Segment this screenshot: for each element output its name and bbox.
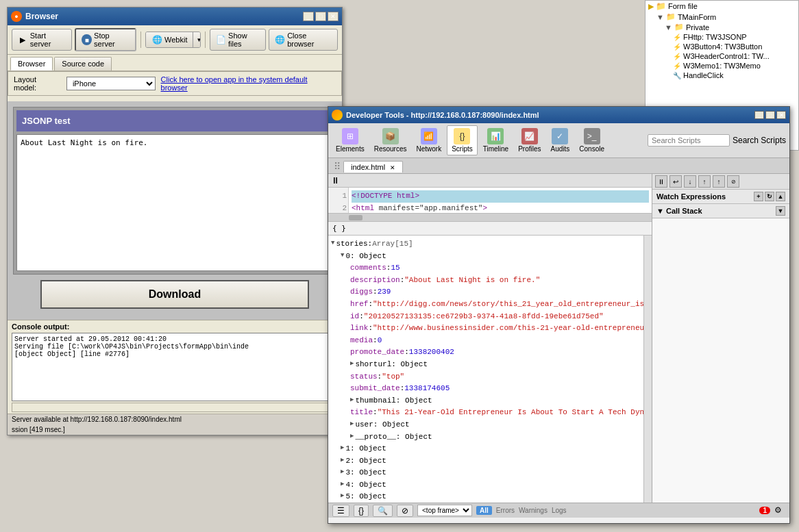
code-hscrollbar[interactable] [328,213,652,221]
dt-btn-scripts[interactable]: {} Scripts [447,125,478,155]
profiles-label: Profiles [518,145,541,153]
collapse-callstack-button[interactable]: ▼ [776,206,785,216]
close-browser-icon: 🌐 [275,34,285,45]
refresh-watch-button[interactable]: ↻ [765,192,774,201]
devtools-maximize[interactable]: □ [765,111,775,119]
tab-close-button[interactable]: ✕ [390,164,395,171]
tree-item-fhttp[interactable]: ⚡ FHttp: TW3JSONP [646,32,798,42]
tree-area[interactable]: ▼ stories: Array[15] ▼ 0: Object comment… [328,236,643,503]
tree-proto[interactable]: ▶ __proto__: Object [331,431,641,444]
tree-item-formfile[interactable]: ▶ 📁 Form file [646,1,798,12]
arrow-shorturl[interactable]: ▶ [350,359,354,368]
step-over-button[interactable]: ↩ [669,175,682,188]
start-server-label: Start server [30,31,66,48]
pause-resume-button[interactable]: ⏸ [655,175,667,188]
step-out-button[interactable]: ↑ [698,175,711,188]
dt-btn-console[interactable]: >_ Console [575,126,609,155]
tree-item-w3button4[interactable]: ⚡ W3Button4: TW3Button [646,42,798,51]
minimize-button[interactable]: _ [303,12,314,21]
tree-user[interactable]: ▶ user: Object [331,419,641,431]
tree-vscrollbar[interactable] [643,236,652,503]
tree-stories[interactable]: ▼ stories: Array[15] [331,238,641,251]
filter-all-button[interactable]: All [476,506,492,515]
tree-item3[interactable]: ▶ 3: Object [331,467,641,479]
devtools-window-controls: _ □ ✕ [754,111,786,119]
tree-item2[interactable]: ▶ 2: Object [331,455,641,468]
pretty-print-button[interactable]: {} [354,505,369,517]
close-browser-button[interactable]: 🌐 Close browser [269,29,338,51]
filter-warnings-button[interactable]: Warnings [519,507,548,514]
tree-item1[interactable]: ▶ 1: Object [331,443,641,455]
tree-item-tmainform[interactable]: ▼ 📁 TMainForm [646,12,798,22]
layout-model-select[interactable]: iPhone iPad Desktop [66,77,156,90]
tree-item5[interactable]: ▶ 5: Object [331,491,641,503]
arrow-proto[interactable]: ▶ [350,431,354,441]
arrow-user[interactable]: ▶ [350,419,354,429]
open-app-link[interactable]: Click here to open app in the system def… [161,75,336,92]
stop-server-label: Stop server [94,31,130,48]
step-into-button[interactable]: ↓ [684,175,696,188]
webkit-button-group[interactable]: 🌐 Webkit ▼ [145,31,201,48]
settings-gear-button[interactable]: ⚙ [774,505,785,516]
pause-exceptions-button[interactable]: ⊘ [397,505,413,517]
download-button[interactable]: Download [40,280,309,309]
arrow-item0[interactable]: ▼ [341,251,344,260]
tree-thumbnail[interactable]: ▶ thumbnail: Object [331,395,641,407]
devtools-minimize[interactable]: _ [754,111,764,119]
dt-btn-timeline[interactable]: 📊 Timeline [479,126,513,155]
devtools-tab-bar: ⠿ index.html ✕ [328,158,789,174]
dt-btn-resources[interactable]: 📦 Resources [370,126,411,155]
console-output[interactable]: Server started at 29.05.2012 00:41:20 Se… [12,333,338,401]
status-text-1: Server available at http://192.168.0.187… [12,416,182,423]
window-controls: _ □ ✕ [303,12,339,21]
add-watch-button[interactable]: + [754,192,763,201]
dt-btn-profiles[interactable]: 📈 Profiles [514,126,545,155]
filter-errors-button[interactable]: Errors [496,507,515,514]
dt-btn-elements[interactable]: ⊞ Elements [332,126,369,155]
tab-index-html[interactable]: index.html ✕ [343,161,403,173]
search-scripts-input[interactable] [648,134,730,147]
comp-icon-3: ⚡ [673,53,681,60]
arrow-stories[interactable]: ▼ [331,238,334,248]
watch-expressions-header[interactable]: Watch Expressions + ↻ ▲ [652,190,789,203]
tree-item4[interactable]: ▶ 4: Object [331,479,641,492]
tree-item-w3memo1[interactable]: ⚡ W3Memo1: TW3Memo [646,61,798,71]
stop-server-button[interactable]: ■ Stop server [75,28,136,51]
tree-label-handleclick: HandleClick [683,71,724,79]
console-drawer-button[interactable]: ☰ [332,505,349,517]
tab-browser[interactable]: Browser [10,57,53,71]
tree-shorturl[interactable]: ▶ shorturl: Object [331,359,641,371]
status-bar-2: ssion [419 msec.] [8,425,342,435]
frame-select[interactable]: <top frame> [417,505,472,516]
dt-btn-audits[interactable]: ✓ Audits [547,126,574,155]
webkit-dropdown-arrow[interactable]: ▼ [193,32,201,47]
call-stack-header[interactable]: ▼ Call Stack ▼ [652,204,789,218]
console-hscrollbar[interactable] [12,403,338,412]
webkit-button-main[interactable]: 🌐 Webkit [146,32,193,47]
close-button[interactable]: ✕ [328,12,339,21]
filter-logs-button[interactable]: Logs [552,507,567,514]
devtools-close[interactable]: ✕ [776,111,786,119]
tree-item-private[interactable]: ▼ 📁 Private [646,22,798,32]
code-line-2: <html manifest="app.manifest"> [352,203,649,213]
tree-label-w3memo1: W3Memo1: TW3Memo [683,62,761,70]
show-files-button[interactable]: 📄 Show files [210,29,266,51]
search-in-file-button[interactable]: 🔍 [373,505,393,517]
audits-icon: ✓ [552,128,568,144]
browser-content: JSONP test Download [8,101,342,320]
collapse-watch-button[interactable]: ▲ [776,192,785,201]
start-server-button[interactable]: ▶ Start server [12,29,72,51]
tree-item-handleclick[interactable]: 🔧 HandleClick [646,71,798,80]
tab-source-code[interactable]: Source code [54,57,112,71]
tree-item0[interactable]: ▼ 0: Object [331,251,641,263]
deactivate-button[interactable]: ↑ [713,175,725,188]
deactivate-btn2[interactable]: ⊘ [727,175,739,188]
dt-btn-network[interactable]: 📶 Network [413,126,446,155]
arrow-thumbnail[interactable]: ▶ [350,395,354,405]
maximize-button[interactable]: □ [315,12,326,21]
tree-item-w3header[interactable]: ⚡ W3HeaderControl1: TW... [646,51,798,61]
tree-status: status : "top" [331,371,641,383]
profiles-icon: 📈 [521,128,538,144]
jsonp-textarea[interactable] [16,134,333,271]
code-content[interactable]: <!DOCTYPE html> <html manifest="app.mani… [349,188,652,213]
